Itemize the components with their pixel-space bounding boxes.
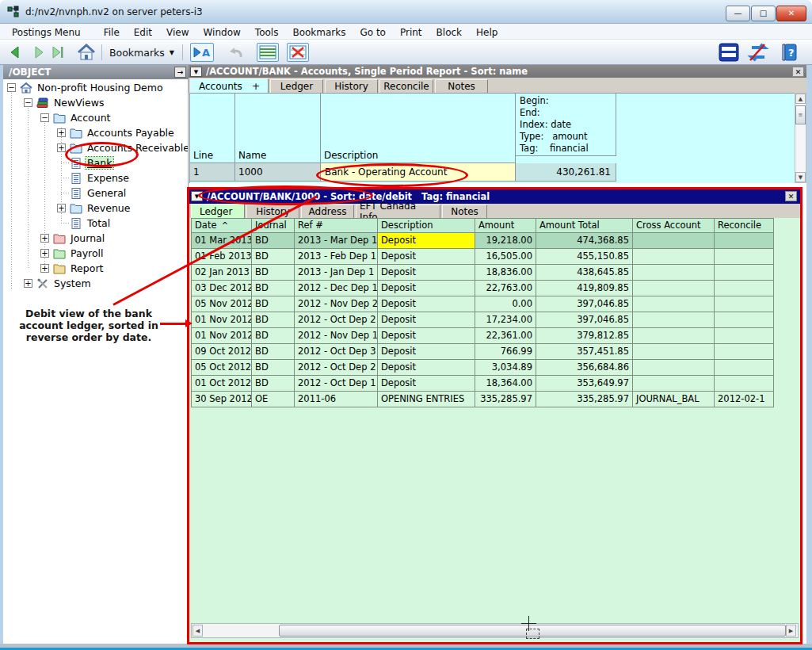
menu-item-block[interactable]: Block	[429, 25, 469, 40]
cell[interactable]	[715, 328, 774, 344]
cell[interactable]	[715, 233, 774, 249]
cell[interactable]: OPENING ENTRIES	[378, 392, 475, 407]
tree-expander-expand[interactable]: +	[57, 204, 66, 212]
tree-item-account[interactable]: −Account	[3, 110, 185, 125]
cell[interactable]: JOURNAL_BAL	[633, 392, 715, 407]
scrollbar-thumb[interactable]: ≡	[795, 105, 806, 124]
cell[interactable]: 22,763.00	[475, 281, 536, 296]
cell[interactable]: 02 Jan 2013	[192, 265, 252, 281]
cell[interactable]: 05 Nov 2012	[192, 296, 252, 312]
bookmarks-dropdown[interactable]: Bookmarks ▼	[108, 43, 176, 62]
cell[interactable]	[715, 312, 774, 328]
menu-item-file[interactable]: File	[97, 25, 127, 40]
tab-accounts[interactable]: Accounts+	[190, 78, 269, 93]
tab-history[interactable]: History	[246, 205, 299, 218]
cell[interactable]	[715, 360, 774, 376]
tree-item-revenue[interactable]: +Revenue	[3, 201, 185, 216]
cell[interactable]: 01 Feb 2013	[192, 249, 252, 265]
tab-notes[interactable]: Notes	[435, 79, 488, 93]
tree-expander-expand[interactable]: +	[57, 128, 66, 137]
column-header-line[interactable]: Line	[190, 94, 235, 163]
cell[interactable]: 474,368.85	[536, 233, 633, 249]
pane-dropdown-button[interactable]: ▼	[191, 191, 203, 201]
cell[interactable]	[633, 233, 715, 249]
account-row-description[interactable]: Bank - Operating Account	[321, 163, 516, 182]
help-button[interactable]: ?	[778, 43, 800, 62]
cell[interactable]: BD	[252, 296, 295, 312]
cell[interactable]	[715, 281, 774, 296]
cell[interactable]: 335,285.97	[536, 392, 633, 407]
cell[interactable]: 09 Oct 2012	[192, 344, 252, 360]
cell[interactable]: 19,218.00	[475, 233, 536, 249]
split-panes-button[interactable]	[717, 43, 741, 62]
tab-ledger[interactable]: Ledger	[270, 79, 323, 93]
cell[interactable]: 01 Nov 2012	[192, 328, 252, 344]
column-header-amount[interactable]: Amount	[475, 219, 536, 233]
cell[interactable]	[633, 265, 715, 281]
menu-item-help[interactable]: Help	[469, 25, 505, 40]
cell[interactable]: 2012 - Oct Dep 3	[295, 344, 378, 360]
tree-item-accounts-payable[interactable]: +Accounts Payable	[3, 125, 185, 140]
cell[interactable]	[633, 281, 715, 296]
column-header-description[interactable]: Description	[321, 94, 516, 163]
tab-address[interactable]: Address	[301, 205, 354, 218]
menu-item-bookmarks[interactable]: Bookmarks	[285, 25, 353, 40]
new-tab-button[interactable]: +	[252, 81, 260, 92]
scroll-up-button[interactable]: ▲	[795, 94, 806, 104]
tree-expander-expand[interactable]: +	[40, 234, 49, 243]
tree-item-accounts-receivable[interactable]: +Accounts Receivable	[3, 140, 185, 155]
cell[interactable]: Deposit	[378, 265, 475, 281]
cell[interactable]	[715, 265, 774, 281]
home-button[interactable]	[76, 43, 97, 62]
cell[interactable]: Deposit	[378, 344, 475, 360]
account-row-amount[interactable]: 430,261.81	[516, 163, 616, 182]
cell[interactable]: 2011-06	[295, 392, 378, 407]
cell[interactable]: 766.99	[475, 344, 536, 360]
cell[interactable]: 2013 - Jan Dep 1	[295, 265, 378, 281]
pane-arrow-button[interactable]: →	[174, 67, 186, 78]
cell[interactable]: 379,812.85	[536, 328, 633, 344]
cell[interactable]: 01 Mar 2013	[192, 233, 252, 249]
cell[interactable]: 357,451.85	[536, 344, 633, 360]
cell[interactable]: BD	[252, 281, 295, 296]
cell[interactable]: 356,684.86	[536, 360, 633, 376]
cell[interactable]: BD	[252, 233, 295, 249]
run-report-button[interactable]: A	[190, 43, 214, 62]
cell[interactable]: Deposit	[378, 281, 475, 296]
cell[interactable]: 16,505.00	[475, 249, 536, 265]
tree-expander-expand[interactable]: +	[57, 143, 66, 152]
tree-item-non-profit-housing-demo[interactable]: −Non-profit Housing Demo	[3, 80, 185, 95]
cell[interactable]: 2012 - Oct Dep 1	[295, 376, 378, 392]
minimize-button[interactable]: —	[726, 6, 750, 21]
cell[interactable]: 0.00	[475, 296, 536, 312]
cell[interactable]: 05 Oct 2012	[192, 360, 252, 376]
cell[interactable]: 2012 - Nov Dep 2	[295, 296, 378, 312]
cell[interactable]: Deposit	[378, 296, 475, 312]
account-row-name[interactable]: 1000	[235, 163, 321, 182]
cell[interactable]: 01 Nov 2012	[192, 312, 252, 328]
scrollbar-thumb[interactable]	[279, 625, 786, 637]
maximize-button[interactable]: □	[751, 6, 776, 21]
pane-dropdown-button[interactable]: ▼	[190, 67, 202, 77]
cell[interactable]: 03 Dec 2012	[192, 281, 252, 296]
cell[interactable]	[715, 296, 774, 312]
table-view-button[interactable]	[257, 43, 279, 62]
cell[interactable]: 30 Sep 2012	[192, 392, 252, 407]
menu-item-view[interactable]: View	[159, 25, 196, 40]
cell[interactable]: 2012 - Oct Dep 2	[295, 360, 378, 376]
cell[interactable]: Deposit	[378, 360, 475, 376]
cell[interactable]: 22,361.00	[475, 328, 536, 344]
column-header-ref[interactable]: Ref #	[295, 219, 378, 233]
tree-item-general[interactable]: General	[3, 185, 185, 201]
tree-expander-expand[interactable]: +	[40, 264, 49, 273]
menu-item-tools[interactable]: Tools	[248, 25, 286, 40]
tree-item-total[interactable]: Total	[3, 216, 185, 231]
cell[interactable]	[633, 344, 715, 360]
tab-eft-canada-info[interactable]: EFT Canada Info	[356, 205, 440, 218]
menu-item-window[interactable]: Window	[196, 25, 248, 40]
tree-item-payroll[interactable]: +Payroll	[3, 246, 185, 261]
column-header-amount-total[interactable]: Amount Total	[536, 219, 633, 233]
cell[interactable]: Deposit	[378, 312, 475, 328]
cell[interactable]: Deposit	[378, 376, 475, 392]
cell[interactable]	[633, 328, 715, 344]
